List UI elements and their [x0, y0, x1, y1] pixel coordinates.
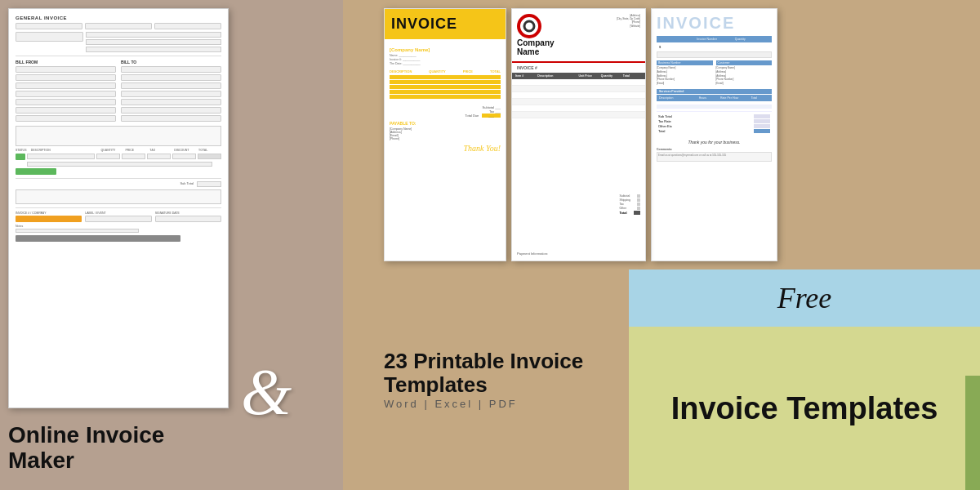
yellow-invoice-title: INVOICE: [391, 16, 499, 33]
bill-from-name[interactable]: [16, 66, 116, 73]
yellow-stripe-3: [390, 85, 501, 89]
label-event-field[interactable]: [85, 216, 151, 222]
bill-from-addr2[interactable]: [16, 82, 116, 89]
bill-to-addr3[interactable]: [121, 91, 221, 97]
company-table-row-1: [512, 79, 645, 86]
company-table-header: Item # Description Unit Price Quantity T…: [512, 73, 645, 79]
bill-to-city[interactable]: [121, 99, 221, 105]
yellow-payable-phone: [Phone]: [390, 137, 501, 140]
company-logo-icon: [517, 14, 541, 38]
bill-to-addr2[interactable]: [121, 82, 221, 89]
total-total: Total: [619, 211, 640, 215]
svg-point-0: [519, 16, 540, 37]
row-price-1[interactable]: [122, 154, 145, 159]
total-shipping: Shipping: [619, 198, 640, 202]
company-address: [Address][City, State, Zip Code][Phone][…: [617, 14, 640, 28]
template-yellow: INVOICE [Company Name] Name: ___________…: [384, 8, 506, 261]
bill-from-addr3[interactable]: [16, 91, 116, 97]
row-discount-1[interactable]: [172, 154, 196, 159]
free-banner: Free: [629, 270, 980, 327]
invoice-form-mock: GENERAL INVOICE BILL FROM: [8, 8, 229, 408]
submit-button[interactable]: [16, 235, 180, 242]
payment-info: Payment Information:: [517, 252, 548, 256]
row-qty-1[interactable]: [96, 154, 120, 159]
main-title: 23 Printable Invoice Templates: [384, 350, 612, 396]
form-divider-1: [16, 56, 221, 56]
form-field-number[interactable]: [85, 23, 152, 29]
col-status: STATUS: [16, 149, 29, 152]
blue-col-invoice-num: Invoice Number: [697, 38, 731, 41]
yellow-col-qty: QUANTITY: [429, 69, 445, 74]
blue-field-1: [657, 51, 772, 58]
invoice-templates-banner: Invoice Templates: [629, 327, 980, 490]
form-field-company[interactable]: [86, 32, 221, 38]
col-unit-price: Unit Price: [579, 74, 598, 78]
yellow-company: [Company Name]: [390, 47, 501, 52]
bill-from-city[interactable]: [16, 99, 116, 105]
bill-to-phone[interactable]: [121, 107, 221, 114]
bill-to-email[interactable]: [121, 115, 221, 122]
blue-thankyou: Thank you for your business.: [657, 140, 772, 145]
col-description: DESCRIPTION: [31, 149, 100, 152]
bill-to-addr1[interactable]: [121, 74, 221, 81]
svg-point-1: [524, 21, 534, 31]
invoice-number-label: INVOICE #: [512, 63, 645, 73]
blue-comments-area: Email us at questions@myemail.com or cal…: [657, 152, 772, 162]
terms-textarea[interactable]: [16, 189, 221, 204]
row-status-btn[interactable]: [16, 154, 25, 160]
bill-from-addr1[interactable]: [16, 74, 116, 81]
blue-service-table-header: Description Hours Rate Per Hour Total: [657, 95, 772, 101]
col-quantity2: Quantity: [601, 74, 620, 78]
right-panel: INVOICE [Company Name] Name: ___________…: [343, 0, 980, 490]
blue-comments-label: Comments:: [657, 148, 772, 151]
row-tax-1[interactable]: [147, 154, 171, 159]
yellow-col-total: TOTAL: [490, 69, 501, 74]
row-desc-1[interactable]: [27, 154, 95, 159]
blue-service-header: Services Provided: [657, 89, 772, 94]
line-item-row-1: [16, 154, 221, 160]
yellow-body: [Company Name] Name: ___________ Invoice…: [385, 42, 506, 158]
bill-from-phone[interactable]: [16, 107, 116, 114]
form-field-po[interactable]: [154, 23, 221, 29]
form-field-date[interactable]: [16, 23, 82, 29]
row-total-1: [198, 154, 221, 159]
bill-to-label: BILL TO: [121, 60, 221, 65]
signature-label: SIGNATURE DATE: [155, 212, 221, 215]
blue-col-quantity: Quantity: [735, 38, 769, 41]
form-field-address2[interactable]: [86, 47, 221, 52]
notes-textarea[interactable]: [16, 126, 221, 146]
yellow-thankyou: Thank You!: [390, 144, 501, 153]
blue-bill-from-header: Business Number: [657, 60, 713, 65]
yellow-stripe-5: [390, 95, 501, 99]
notes-extra-field[interactable]: [16, 229, 139, 233]
yellow-header: INVOICE: [385, 9, 506, 39]
total-tax: Tax: [619, 203, 640, 206]
form-title: GENERAL INVOICE: [16, 16, 221, 20]
blue-to-details: [Company Name][Address][Address][Phone N…: [716, 66, 773, 86]
company-table-row-4: [512, 99, 645, 105]
bill-from-email[interactable]: [16, 115, 116, 122]
template-blue: INVOICE Invoice Number Quantity $ Busine…: [651, 8, 777, 261]
right-bottom-left: 23 Printable Invoice Templates Word | Ex…: [343, 270, 629, 490]
col-total2: Total: [623, 74, 642, 78]
main-subtitle: Word | Excel | PDF: [384, 398, 612, 410]
online-invoice-maker-title: Online Invoice Maker: [8, 423, 164, 474]
bill-to-name[interactable]: [121, 66, 221, 73]
col-description2: Description: [537, 74, 575, 78]
blue-service-row-3: [657, 109, 772, 112]
invoice-highlight: [16, 216, 82, 222]
yellow-info2: Invoice #: ___________: [390, 58, 501, 61]
form-divider-3: [16, 207, 221, 208]
signature-field[interactable]: [155, 216, 221, 222]
company-name-big: CompanyName: [517, 38, 555, 56]
row-desc-detail[interactable]: [27, 162, 212, 167]
invoice-templates-text: Invoice Templates: [671, 391, 938, 426]
form-divider-2: [16, 178, 221, 179]
form-field-address1[interactable]: [86, 39, 221, 45]
free-text: Free: [777, 281, 832, 315]
blue-sub-total: Sub Total: [657, 114, 772, 118]
yellow-info1: Name: ___________: [390, 54, 501, 57]
right-bottom-right: Free Invoice Templates: [629, 270, 980, 490]
add-row-btn[interactable]: [16, 168, 56, 175]
total-subtotal: Subtotal: [619, 194, 640, 198]
